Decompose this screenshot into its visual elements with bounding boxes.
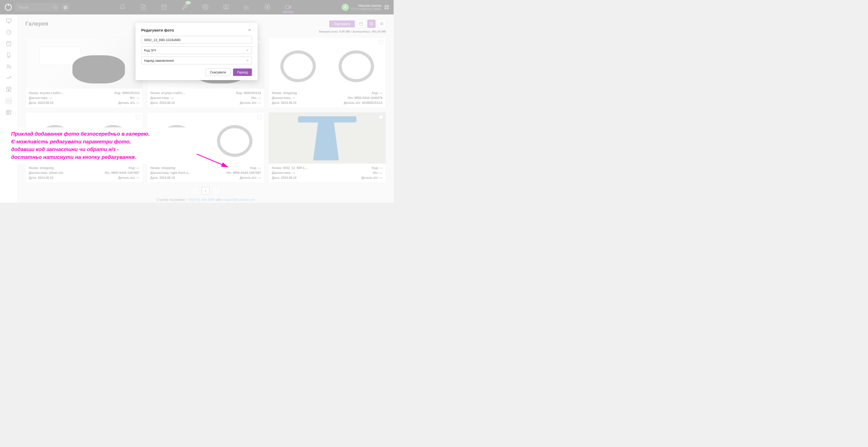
annotation-box: Приклад додавання фото безпосередньо в г… bbox=[7, 127, 196, 164]
anno-l4: достатньо натиснути на кнопку редагуванн… bbox=[11, 153, 193, 161]
code-select[interactable]: Код З/Ч bbox=[141, 46, 252, 54]
cancel-button[interactable]: Скасувати bbox=[205, 68, 230, 76]
chevron-down-icon bbox=[246, 48, 249, 52]
order-placeholder: Наряд-замовлення bbox=[144, 59, 174, 63]
anno-l1: Приклад додавання фото безпосередньо в г… bbox=[11, 130, 193, 138]
code-placeholder: Код З/Ч bbox=[144, 48, 156, 52]
modal-header: Редагувати фото bbox=[135, 23, 258, 36]
filename-input[interactable] bbox=[141, 36, 252, 44]
annotation-arrow bbox=[196, 154, 230, 170]
svg-line-34 bbox=[196, 154, 227, 167]
order-select[interactable]: Наряд-замовлення bbox=[141, 57, 252, 64]
chevron-down-icon bbox=[246, 59, 249, 62]
anno-l2: Є можливість редагувати параметри фото, bbox=[11, 138, 193, 145]
modal-footer: Скасувати Гаразд bbox=[135, 68, 258, 80]
ok-button[interactable]: Гаразд bbox=[233, 68, 252, 76]
edit-photo-modal: Редагувати фото Код З/Ч Наряд-замовлення… bbox=[135, 23, 258, 80]
anno-l3: додавши код запчастини чи обрати н/з - bbox=[11, 145, 193, 153]
modal-body: Код З/Ч Наряд-замовлення bbox=[135, 36, 258, 68]
close-icon[interactable] bbox=[247, 28, 252, 32]
modal-title: Редагувати фото bbox=[141, 28, 174, 32]
